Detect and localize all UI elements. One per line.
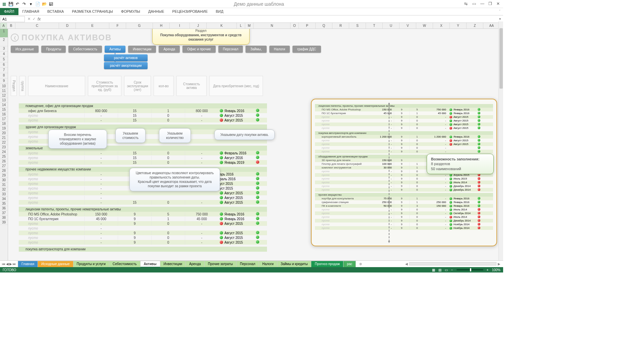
column-header[interactable]: L — [237, 23, 245, 29]
table-row[interactable]: пусто-90- — [315, 146, 493, 150]
view-normal-icon[interactable]: ▦ — [432, 268, 435, 272]
vertical-scrollbar[interactable] — [498, 21, 503, 260]
row-header[interactable]: 23 — [0, 145, 8, 150]
touch-icon[interactable]: ⇆ — [464, 1, 470, 7]
table-row[interactable]: пусто-150-Август 2015 — [19, 200, 267, 205]
row-header[interactable]: 37 — [0, 211, 8, 215]
table-row[interactable]: пусто-90-Август 2015 — [315, 115, 493, 119]
ribbon-tab[interactable]: ВИД — [212, 8, 227, 15]
column-header[interactable]: C — [15, 23, 59, 29]
column-header[interactable]: N — [254, 23, 290, 29]
sheet-tab[interactable]: Себестоимость — [109, 261, 141, 267]
subnav-button[interactable]: расчёт амортизации — [104, 62, 148, 69]
ribbon-tab[interactable]: РЕЦЕНЗИРОВАНИЕ — [168, 8, 212, 15]
sheet-tab[interactable]: Прочие затраты — [204, 261, 236, 267]
table-row[interactable]: пусто-90-Июль 2014 — [315, 208, 493, 211]
nav-button[interactable]: Персонал — [218, 46, 243, 53]
sheet-tab[interactable]: Аренда — [185, 261, 205, 267]
row-header[interactable]: 22 — [0, 140, 8, 145]
table-row[interactable]: пусто-90-Декабрь 2014 — [315, 219, 493, 222]
qa-icon[interactable]: ▾ — [28, 1, 34, 7]
hscroll-left-icon[interactable]: ◀ — [405, 262, 408, 266]
ribbon-tab[interactable]: РАЗМЕТКА СТРАНИЦЫ — [68, 8, 117, 15]
ribbon-tab[interactable]: ВСТАВКА — [43, 8, 68, 15]
table-row[interactable]: пусто-90-Август 2015 — [19, 235, 267, 240]
column-header[interactable]: U — [383, 23, 399, 29]
table-row[interactable]: ПО 1С бухгалтерия45 0009145 000Январь 20… — [315, 111, 493, 115]
row-header[interactable]: 20 — [0, 131, 8, 136]
row-header[interactable]: 16 — [0, 112, 8, 117]
nav-button[interactable]: Инвестиции — [128, 46, 156, 53]
ribbon-collapse-icon[interactable]: ˇ — [496, 8, 503, 15]
row-header[interactable]: 39 — [0, 220, 8, 225]
row-header[interactable]: 2 — [0, 38, 8, 46]
formula-input[interactable] — [42, 16, 497, 22]
column-header[interactable]: G — [126, 23, 153, 29]
column-header[interactable]: M — [245, 23, 254, 29]
ribbon-opts-icon[interactable]: ▭ — [472, 1, 478, 7]
table-row[interactable]: пусто-150-Август 2015 — [19, 118, 267, 122]
add-sheet-icon[interactable]: ⊕ — [357, 261, 364, 266]
nav-button[interactable]: Офис и прочие — [182, 46, 215, 53]
table-row[interactable]: пусто-90-Октябрь 2014 — [315, 211, 493, 215]
column-header[interactable]: B — [7, 23, 15, 29]
column-header[interactable]: J — [190, 23, 207, 29]
row-header[interactable]: 10 — [0, 84, 8, 89]
row-header[interactable]: 4 — [0, 52, 8, 57]
column-header[interactable]: R — [332, 23, 349, 29]
table-row[interactable]: пусто-90-Август 2015 — [315, 122, 493, 126]
column-header[interactable]: F — [109, 23, 126, 29]
sheet-tab[interactable]: Главная — [18, 261, 38, 267]
table-row[interactable]: пусто-Август 2015 — [19, 195, 267, 200]
minimize-icon[interactable]: — — [480, 1, 486, 7]
row-header[interactable]: 24 — [0, 150, 8, 154]
open-icon[interactable]: 📂 — [42, 1, 47, 7]
print-icon[interactable]: 🗟 — [48, 1, 54, 7]
row-header[interactable]: 15 — [0, 107, 8, 112]
table-row[interactable]: пусто-150-Январь 2019 — [19, 160, 267, 165]
nav-button[interactable]: график ДДС — [292, 46, 321, 53]
row-header[interactable]: 6 — [0, 62, 8, 68]
table-row[interactable]: пусто-90-Июль 2015 — [315, 177, 493, 181]
new-icon[interactable]: 📄 — [35, 1, 40, 7]
ribbon-tab[interactable]: ГЛАВНАЯ — [18, 8, 43, 15]
row-header[interactable]: 35 — [0, 201, 8, 206]
zoom-out-icon[interactable]: − — [451, 268, 453, 272]
sheet-tab[interactable]: Персонал — [236, 261, 259, 267]
table-row[interactable]: ПО 1С бухгалтерия45 0009145 000Январь 20… — [19, 216, 267, 221]
row-header[interactable]: 33 — [0, 192, 8, 197]
row-header[interactable]: 28 — [0, 168, 8, 173]
row-header[interactable]: 17 — [0, 117, 8, 121]
hscroll-right-icon[interactable]: ▶ — [498, 262, 500, 266]
table-row[interactable]: пусто-90-Август 2015 — [19, 231, 267, 235]
row-header[interactable]: 21 — [0, 136, 8, 140]
column-header[interactable]: I — [170, 23, 190, 29]
column-header[interactable]: S — [349, 23, 366, 29]
row-header[interactable]: 1 — [0, 29, 8, 38]
row-header[interactable]: 27 — [0, 164, 8, 168]
nav-button[interactable]: Аренда — [159, 46, 180, 53]
table-row[interactable]: ПО MS Office, Adobe Photoshop150 0009575… — [315, 108, 493, 111]
fx-icon[interactable]: fx — [38, 17, 41, 21]
row-header[interactable]: 8 — [0, 73, 8, 79]
row-header[interactable]: 18 — [0, 121, 8, 126]
subnav-button[interactable]: расчёт активов — [104, 54, 148, 61]
table-row[interactable]: пусто-90-Ноябрь 2014 — [315, 226, 493, 230]
ribbon-tab[interactable]: ФОРМУЛЫ — [117, 8, 144, 15]
ribbon-tab[interactable]: ДАННЫЕ — [144, 8, 168, 15]
column-header[interactable]: Y — [450, 23, 467, 29]
name-box[interactable] — [1, 16, 25, 22]
table-row[interactable]: ПК в комплекте50 00093150 000Январь 2016 — [315, 204, 493, 208]
table-row[interactable]: пусто-90-Декабрь 2014 — [315, 184, 493, 188]
table-row[interactable]: пусто-90-Декабрь 2014 — [315, 188, 493, 192]
table-row[interactable]: пусто-Август 2015 — [19, 191, 267, 195]
zoom-level[interactable]: 100% — [492, 268, 500, 272]
worksheet[interactable]: ❮ ПОКУПКА АКТИВОВ Исх.данныеПродуктыСебе… — [8, 29, 503, 267]
row-header[interactable]: 19 — [0, 126, 8, 131]
table-row[interactable]: графическая станция250 00091250 000Январ… — [315, 200, 493, 204]
view-break-icon[interactable]: ▭ — [445, 268, 448, 272]
column-header[interactable]: D — [59, 23, 76, 29]
column-header[interactable]: X — [433, 23, 450, 29]
column-header[interactable]: H — [153, 23, 170, 29]
row-header[interactable]: 12 — [0, 93, 8, 98]
